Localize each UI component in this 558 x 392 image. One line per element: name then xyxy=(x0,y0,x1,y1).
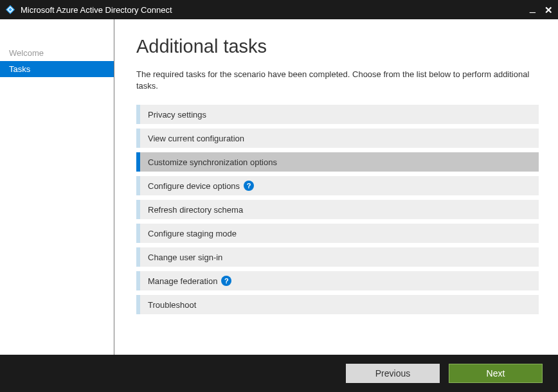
main-content: Additional tasks The required tasks for … xyxy=(114,19,558,355)
task-label: Manage federation xyxy=(140,276,217,286)
task-item[interactable]: Change user sign-in xyxy=(136,247,539,267)
task-label: View current configuration xyxy=(140,134,244,143)
help-icon[interactable]: ? xyxy=(221,276,231,286)
task-item[interactable]: Privacy settings xyxy=(136,105,539,124)
body-area: WelcomeTasks Additional tasks The requir… xyxy=(0,19,558,355)
task-label: Troubleshoot xyxy=(140,300,196,310)
sidebar-item-tasks[interactable]: Tasks xyxy=(0,61,114,77)
task-label: Configure staging mode xyxy=(140,229,237,238)
task-label: Customize synchronization options xyxy=(140,157,277,167)
previous-button[interactable]: Previous xyxy=(346,364,440,383)
next-button[interactable]: Next xyxy=(449,364,543,383)
titlebar: Microsoft Azure Active Directory Connect… xyxy=(0,0,558,19)
page-title: Additional tasks xyxy=(136,36,539,57)
close-button[interactable]: ✕ xyxy=(544,5,553,15)
task-item[interactable]: View current configuration xyxy=(136,129,539,148)
task-label: Change user sign-in xyxy=(140,253,222,262)
sidebar-item-label: Tasks xyxy=(9,64,30,74)
task-item[interactable]: Configure device options? xyxy=(136,176,539,195)
task-item[interactable]: Manage federation? xyxy=(136,271,539,290)
window-title: Microsoft Azure Active Directory Connect xyxy=(21,5,530,15)
minimize-button[interactable]: _ xyxy=(530,3,536,17)
footer: Previous Next xyxy=(0,355,558,392)
sidebar-item-welcome[interactable]: Welcome xyxy=(0,45,114,61)
task-list: Privacy settingsView current configurati… xyxy=(136,105,539,314)
sidebar-item-label: Welcome xyxy=(9,48,44,58)
task-item[interactable]: Refresh directory schema xyxy=(136,200,539,219)
sidebar: WelcomeTasks xyxy=(0,19,114,355)
task-label: Configure device options xyxy=(140,181,240,191)
task-label: Refresh directory schema xyxy=(140,205,243,215)
task-label: Privacy settings xyxy=(140,110,206,120)
help-icon[interactable]: ? xyxy=(244,181,254,191)
task-item[interactable]: Configure staging mode xyxy=(136,224,539,243)
task-item[interactable]: Customize synchronization options xyxy=(136,152,539,172)
page-description: The required tasks for the scenario have… xyxy=(136,69,539,92)
app-icon xyxy=(5,4,15,15)
window-controls: _ ✕ xyxy=(530,3,553,17)
task-item[interactable]: Troubleshoot xyxy=(136,295,539,314)
